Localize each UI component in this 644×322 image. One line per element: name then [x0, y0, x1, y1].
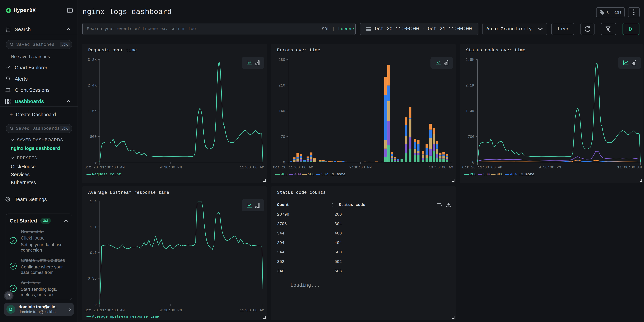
svg-text:0.7: 0.7 [90, 251, 97, 255]
svg-text:700: 700 [468, 135, 474, 139]
svg-text:Oct 20 11:00:00 AM: Oct 20 11:00:00 AM [273, 166, 313, 170]
svg-text:9:30:00 PM: 9:30:00 PM [160, 308, 182, 312]
svg-text:2.8K: 2.8K [466, 58, 474, 62]
svg-text:Oct 20 11:00:00 AM: Oct 20 11:00:00 AM [84, 166, 125, 170]
svg-text:2.1K: 2.1K [466, 84, 474, 88]
svg-text:11:00:00 AM: 11:00:00 AM [240, 166, 264, 170]
svg-text:1.6K: 1.6K [88, 109, 97, 113]
svg-text:0: 0 [94, 302, 97, 307]
svg-text:1.1: 1.1 [90, 225, 97, 230]
svg-text:1.4K: 1.4K [466, 109, 474, 113]
svg-text:9:30:00 PM: 9:30:00 PM [160, 166, 182, 170]
svg-text:210: 210 [278, 84, 285, 88]
svg-text:140: 140 [278, 109, 285, 113]
svg-text:9:30:00 PM: 9:30:00 PM [538, 166, 561, 170]
svg-text:3.2K: 3.2K [88, 58, 97, 62]
svg-text:Oct 20 11:00:00 AM: Oct 20 11:00:00 AM [84, 308, 125, 312]
svg-text:0.35: 0.35 [88, 276, 97, 281]
svg-text:0: 0 [283, 160, 285, 165]
svg-text:2.4K: 2.4K [88, 84, 97, 88]
svg-text:Oct 20 11:00:00 AM: Oct 20 11:00:00 AM [462, 166, 502, 170]
svg-text:10:30:00 AM: 10:30:00 AM [428, 166, 453, 170]
svg-text:0: 0 [94, 160, 97, 165]
svg-text:280: 280 [278, 58, 285, 62]
svg-text:11:00:00 AM: 11:00:00 AM [240, 308, 264, 312]
svg-text:9:30:00 PM: 9:30:00 PM [349, 166, 372, 170]
svg-text:70: 70 [281, 135, 285, 139]
svg-text:800: 800 [90, 135, 97, 139]
svg-text:0: 0 [472, 160, 474, 165]
svg-text:1.4: 1.4 [90, 199, 97, 204]
svg-text:11:00:00 AM: 11:00:00 AM [617, 166, 642, 170]
